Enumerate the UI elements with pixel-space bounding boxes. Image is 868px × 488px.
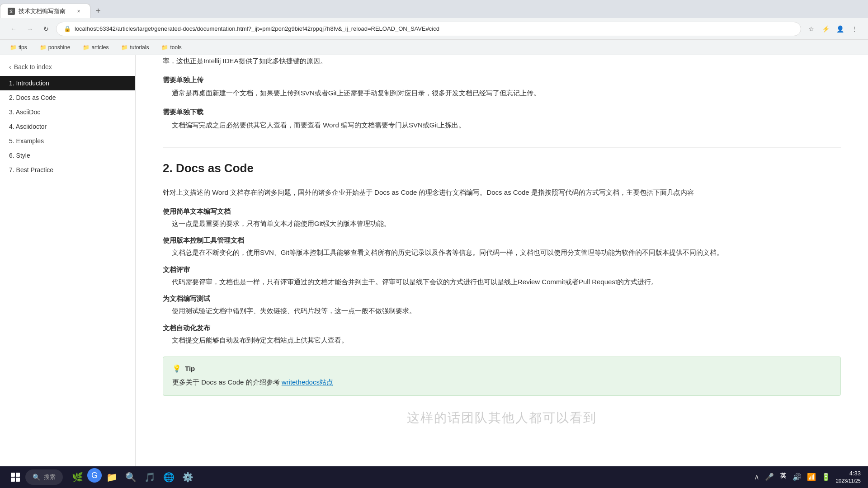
sidebar-item-asciidoctor[interactable]: 4. Asciidoctor — [0, 119, 135, 134]
features-list: 使用简单文本编写文档 这一点是最重要的要求，只有简单文本才能使用Git强大的版本… — [163, 207, 841, 346]
sidebar-item-style[interactable]: 6. Style — [0, 148, 135, 163]
system-icons: ∧ 🎤 英 🔊 📶 🔋 — [752, 471, 832, 483]
reload-button[interactable]: ↻ — [40, 23, 52, 35]
bookmark-tutorials[interactable]: 📁 tutorials — [118, 43, 151, 52]
folder-icon: 📁 — [40, 44, 47, 51]
sidebar-item-asciidoc[interactable]: 3. AsciiDoc — [0, 105, 135, 119]
tip-label: Tip — [185, 365, 195, 372]
bookmark-label: tips — [19, 44, 27, 51]
feature-desc: 文档总是在不断变化的，使用SVN、Git等版本控制工具能够查看文档所有的历史记录… — [163, 247, 841, 258]
upload-item: 需要单独上传 通常是再桌面新建一个文档，如果要上传到SVN或者Git上还需要手动… — [163, 74, 841, 99]
tip-text-before: 更多关于 Docs as Code 的介绍参考 — [172, 378, 280, 386]
download-desc: 文档编写完成之后必然要供其它人查看，而要查看 Word 编写的文档需要专门从SV… — [163, 119, 841, 131]
forward-button[interactable]: → — [24, 23, 36, 35]
sidebar-item-best-practice[interactable]: 7. Best Practice — [0, 163, 135, 177]
sidebar: ‹ Back to index 1. Introduction 2. Docs … — [0, 55, 136, 466]
tip-content: 更多关于 Docs as Code 的介绍参考 writethedocs站点 — [172, 376, 831, 388]
feature-title: 文档评审 — [163, 266, 841, 274]
folder-icon: 📁 — [121, 44, 128, 51]
watermark-text: 这样的话团队其他人都可以看到 — [407, 411, 597, 425]
feature-desc: 代码需要评审，文档也是一样，只有评审通过的文档才能合并到主干。评审可以是线下会议… — [163, 276, 841, 288]
taskbar-app-explorer[interactable]: 📁 — [103, 468, 121, 486]
page-content[interactable]: 率，这也正是Intellij IDEA提供了如此多快捷键的原因。 需要单独上传 … — [136, 55, 868, 466]
menu-button[interactable]: ⋮ — [848, 23, 861, 35]
upload-desc: 通常是再桌面新建一个文档，如果要上传到SVN或者Git上还需要手动复制到对应目录… — [163, 87, 841, 99]
url-text: localhost:63342/articles/target/generate… — [75, 25, 793, 32]
taskbar-app-browser[interactable]: 🌐 — [160, 468, 178, 486]
bookmark-tips[interactable]: 📁 tips — [7, 43, 30, 52]
bookmark-label: tutorials — [130, 44, 149, 51]
bookmark-ponshine[interactable]: 📁 ponshine — [37, 43, 73, 52]
extension-button[interactable]: ⚡ — [819, 23, 832, 35]
tab-bar: 文 技术文档编写指南 × + — [0, 0, 868, 18]
bookmark-label: articles — [91, 44, 108, 51]
tip-icon: 💡 — [172, 364, 181, 373]
taskbar-search[interactable]: 🔍 搜索 — [25, 469, 63, 485]
bookmark-label: tools — [170, 44, 181, 51]
tab-close-button[interactable]: × — [75, 7, 83, 15]
feature-title: 文档自动化发布 — [163, 324, 841, 333]
taskbar-app-search[interactable]: 🔍 — [122, 468, 140, 486]
upload-title: 需要单独上传 — [163, 74, 841, 86]
feature-version-control: 使用版本控制工具管理文档 文档总是在不断变化的，使用SVN、Git等版本控制工具… — [163, 236, 841, 258]
bookmark-tools[interactable]: 📁 tools — [159, 43, 184, 52]
taskbar-app-code[interactable]: ⚙️ — [179, 468, 197, 486]
feature-desc: 文档提交后能够自动发布到特定文档站点上供其它人查看。 — [163, 334, 841, 346]
search-placeholder: 搜索 — [44, 473, 56, 481]
feature-review: 文档评审 代码需要评审，文档也是一样，只有评审通过的文档才能合并到主干。评审可以… — [163, 266, 841, 288]
download-title: 需要单独下载 — [163, 106, 841, 118]
active-tab[interactable]: 文 技术文档编写指南 × — [0, 4, 90, 18]
language-indicator[interactable]: 英 — [778, 471, 789, 483]
tab-title: 技术文档编写指南 — [19, 7, 71, 15]
rate-text: 率，这也正是Intellij IDEA提供了如此多快捷键的原因。 — [163, 57, 327, 65]
taskbar-clock[interactable]: 4:33 2023/11/25 — [836, 469, 861, 485]
bookmark-articles[interactable]: 📁 articles — [80, 43, 111, 52]
tip-link[interactable]: writethedocs站点 — [282, 378, 333, 386]
clock-date: 2023/11/25 — [836, 478, 861, 484]
folder-icon: 📁 — [161, 44, 168, 51]
browser-window: 文 技术文档编写指南 × + ← → ↻ 🔒 localhost:63342/a… — [0, 0, 868, 488]
partial-top-content: 率，这也正是Intellij IDEA提供了如此多快捷键的原因。 需要单独上传 … — [163, 55, 841, 148]
watermark-area: 这样的话团队其他人都可以看到 — [163, 396, 841, 431]
tip-box: 💡 Tip 更多关于 Docs as Code 的介绍参考 writethedo… — [163, 357, 841, 396]
wifi-icon[interactable]: 📶 — [805, 471, 818, 483]
folder-icon: 📁 — [83, 44, 90, 51]
intro-paragraph: 针对上文描述的 Word 文档存在的诸多问题，国外的诸多企业开始基于 Docs … — [163, 186, 841, 198]
download-item: 需要单独下载 文档编写完成之后必然要供其它人查看，而要查看 Word 编写的文档… — [163, 106, 841, 131]
bookmarks-bar: 📁 tips 📁 ponshine 📁 articles 📁 tutorials… — [0, 40, 868, 55]
sidebar-item-docs-as-code[interactable]: 2. Docs as Code — [0, 90, 135, 105]
back-to-index-link[interactable]: ‹ Back to index — [0, 60, 135, 76]
taskbar-app-google[interactable]: G — [87, 468, 102, 483]
feature-testing: 为文档编写测试 使用测试验证文档中错别字、失效链接、代码片段等，这一点一般不做强… — [163, 295, 841, 317]
profile-button[interactable]: 👤 — [834, 23, 846, 35]
clock-time: 4:33 — [836, 469, 861, 478]
tab-favicon: 文 — [8, 8, 15, 15]
folder-icon: 📁 — [10, 44, 17, 51]
feature-desc: 这一点是最重要的要求，只有简单文本才能使用Git强大的版本管理功能。 — [163, 218, 841, 230]
sidebar-item-intro[interactable]: 1. Introduction — [0, 76, 135, 90]
back-button[interactable]: ← — [7, 23, 20, 35]
taskbar-apps: 🌿 G 📁 🔍 🎵 🌐 ⚙️ — [68, 468, 197, 486]
chevron-up-icon[interactable]: ∧ — [752, 471, 761, 483]
sidebar-item-examples[interactable]: 5. Examples — [0, 134, 135, 148]
feature-desc: 使用测试验证文档中错别字、失效链接、代码片段等，这一点一般不做强制要求。 — [163, 305, 841, 317]
new-tab-button[interactable]: + — [90, 4, 106, 18]
feature-title: 使用版本控制工具管理文档 — [163, 236, 841, 245]
feature-plain-text: 使用简单文本编写文档 这一点是最重要的要求，只有简单文本才能使用Git强大的版本… — [163, 207, 841, 230]
tip-header: 💡 Tip — [172, 364, 831, 373]
bookmark-star-button[interactable]: ☆ — [805, 23, 817, 35]
address-bar: ← → ↻ 🔒 localhost:63342/articles/target/… — [0, 18, 868, 40]
search-icon: 🔍 — [33, 474, 40, 481]
taskbar: 🔍 搜索 🌿 G 📁 🔍 🎵 🌐 ⚙️ ∧ 🎤 英 🔊 📶 🔋 4:33 — [0, 466, 868, 488]
battery-icon[interactable]: 🔋 — [820, 471, 832, 483]
taskbar-right: ∧ 🎤 英 🔊 📶 🔋 4:33 2023/11/25 — [752, 469, 861, 485]
volume-icon[interactable]: 🔊 — [791, 471, 803, 483]
windows-icon — [11, 473, 20, 482]
feature-title: 为文档编写测试 — [163, 295, 841, 303]
taskbar-app-media[interactable]: 🎵 — [141, 468, 159, 486]
taskbar-app-files[interactable]: 🌿 — [68, 468, 86, 486]
mic-icon[interactable]: 🎤 — [763, 471, 776, 483]
back-arrow-icon: ‹ — [9, 63, 11, 70]
url-bar[interactable]: 🔒 localhost:63342/articles/target/genera… — [56, 22, 801, 36]
start-button[interactable] — [7, 469, 24, 485]
